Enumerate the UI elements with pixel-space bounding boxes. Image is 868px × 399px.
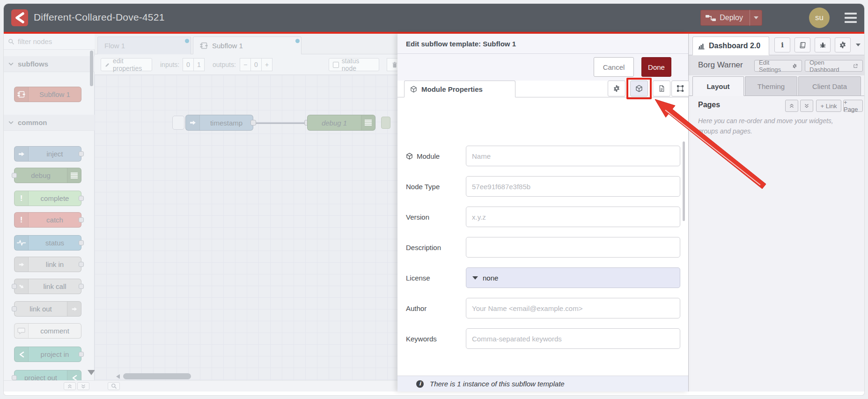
help-panel-button[interactable]: [794, 37, 810, 52]
flow-node-timestamp[interactable]: timestamp: [185, 115, 253, 131]
search-icon: [8, 38, 15, 45]
node-label: inject: [29, 150, 81, 158]
main-menu-button[interactable]: [845, 13, 857, 23]
delete-subflow-button[interactable]: [387, 58, 397, 71]
node-label: link out: [15, 305, 67, 313]
wire[interactable]: [256, 122, 305, 125]
add-page-button[interactable]: + Page: [843, 100, 863, 112]
cancel-button[interactable]: Cancel: [594, 57, 634, 77]
palette-node-debug[interactable]: debug: [14, 168, 81, 183]
palette-filter[interactable]: filter nodes: [4, 34, 95, 50]
node-port[interactable]: [79, 240, 84, 245]
done-button[interactable]: Done: [641, 57, 671, 77]
instance-count-text: There is 1 instance of this subflow temp…: [430, 380, 565, 388]
add-link-button[interactable]: + Link: [816, 100, 841, 112]
palette-node-complete[interactable]: ! complete: [14, 191, 81, 206]
node-port[interactable]: [12, 375, 17, 380]
node-port[interactable]: [12, 306, 17, 311]
tab-module-button[interactable]: [630, 81, 648, 96]
sidebar-options-button[interactable]: [853, 37, 863, 52]
deploy-button[interactable]: Deploy: [700, 10, 762, 26]
tab-layout[interactable]: Layout: [692, 76, 744, 96]
tab-label: Flow 1: [104, 42, 125, 50]
deploy-options-button[interactable]: [750, 10, 762, 26]
palette-node-link-in[interactable]: link in: [14, 257, 81, 272]
field-label: License: [406, 274, 430, 282]
description-field[interactable]: [466, 237, 680, 258]
page-title: Different-Collared-Dove-4521: [34, 12, 165, 23]
tab-appearance-button[interactable]: [671, 81, 689, 96]
edit-properties-button[interactable]: edit properties: [101, 58, 152, 71]
flow-node-debug-1[interactable]: debug 1: [307, 115, 375, 131]
node-port[interactable]: [12, 284, 17, 289]
palette-node-inject[interactable]: inject: [14, 146, 81, 162]
outputs-plus-button[interactable]: +: [261, 58, 272, 71]
form-scrollbar[interactable]: [683, 141, 685, 221]
flow-canvas[interactable]: timestamp debug 1: [95, 75, 397, 380]
license-value: none: [483, 274, 498, 282]
debug-toggle-button[interactable]: [381, 117, 390, 129]
node-port[interactable]: [79, 284, 84, 289]
status-node-toggle[interactable]: status node: [329, 58, 379, 71]
inject-button[interactable]: [172, 116, 184, 130]
palette-node-subflow-1[interactable]: Subflow 1: [14, 87, 81, 102]
tab-flow-1[interactable]: Flow 1: [97, 37, 191, 54]
palette-node-link-out[interactable]: link out: [14, 301, 81, 317]
subflow-icon: [200, 42, 208, 49]
node-output-port[interactable]: [250, 120, 256, 126]
debug-panel-button[interactable]: [815, 37, 831, 52]
keywords-field[interactable]: [466, 328, 680, 349]
module-field[interactable]: [466, 146, 680, 166]
node-port[interactable]: [79, 262, 84, 267]
palette-scrollbar[interactable]: [90, 51, 93, 86]
comment-bubble-icon: [15, 324, 29, 338]
palette-node-link-call[interactable]: link call: [14, 279, 81, 294]
edit-settings-button[interactable]: Edit Settings: [754, 60, 802, 72]
tab-client-data[interactable]: Client Data: [798, 76, 861, 96]
field-label: Description: [406, 244, 441, 251]
zoom-search-button[interactable]: [108, 382, 120, 390]
tab-properties-button[interactable]: [608, 81, 625, 96]
scroll-left-icon[interactable]: [116, 374, 120, 379]
license-select[interactable]: none: [466, 267, 680, 288]
node-label: debug: [15, 171, 67, 179]
node-port[interactable]: [12, 173, 17, 178]
unsaved-changes-dot: [295, 39, 300, 43]
move-down-button[interactable]: [800, 100, 813, 112]
author-field[interactable]: [466, 298, 680, 318]
tab-dashboard-2[interactable]: Dashboard 2.0: [692, 37, 769, 55]
tab-description-button[interactable]: [653, 81, 670, 96]
horizontal-scrollbar[interactable]: [123, 373, 191, 379]
project-name: Borg Warner: [698, 60, 743, 70]
palette-node-comment[interactable]: comment: [14, 323, 81, 339]
palette-node-status[interactable]: status: [14, 235, 81, 251]
info-panel-button[interactable]: i: [774, 37, 790, 52]
tab-theming[interactable]: Theming: [745, 76, 797, 96]
palette-collapse-all-button[interactable]: [64, 382, 76, 390]
debug-lines-icon: [361, 115, 375, 130]
palette-node-catch[interactable]: ! catch: [14, 212, 81, 228]
magnifier-icon: [111, 383, 117, 389]
node-type-field[interactable]: [466, 176, 680, 197]
outputs-minus-button[interactable]: −: [240, 58, 251, 71]
user-avatar[interactable]: su: [809, 7, 830, 28]
node-port[interactable]: [79, 196, 84, 201]
move-up-button[interactable]: [785, 100, 798, 112]
palette-node-project-in[interactable]: project in: [14, 347, 81, 362]
config-nodes-button[interactable]: [835, 37, 851, 52]
inject-icon: [186, 115, 200, 130]
version-field[interactable]: [466, 207, 680, 227]
tab-module-properties[interactable]: Module Properties: [404, 81, 515, 97]
node-port[interactable]: [79, 352, 84, 357]
node-port[interactable]: [79, 217, 84, 222]
tab-subflow-1[interactable]: Subflow 1: [193, 37, 302, 54]
inputs-1-button[interactable]: 1: [193, 58, 205, 71]
palette-expand-all-button[interactable]: [77, 382, 89, 390]
palette-scroll-down-icon[interactable]: [88, 370, 95, 375]
inputs-0-button[interactable]: 0: [183, 58, 194, 71]
palette-category-common[interactable]: common: [4, 115, 95, 131]
node-port[interactable]: [79, 151, 84, 156]
author-field-label: Author: [406, 298, 467, 318]
open-dashboard-button[interactable]: Open Dashboard: [805, 60, 863, 72]
palette-category-subflows[interactable]: subflows: [4, 56, 95, 72]
